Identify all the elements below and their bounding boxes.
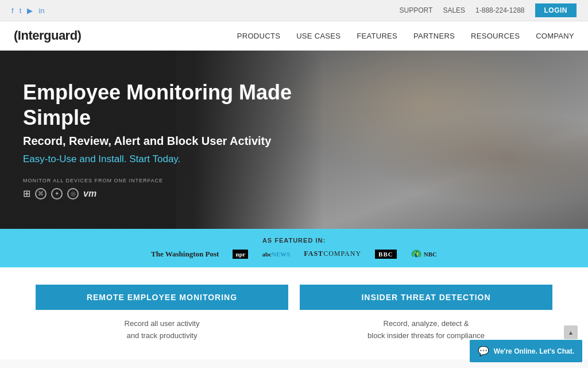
support-link[interactable]: SUPPORT [400, 6, 433, 14]
chromebook-icon: ◎ [67, 188, 79, 200]
insider-desc-line2: block insider threats for compliance [368, 331, 485, 340]
remote-monitoring-button[interactable]: REMOTE EMPLOYEE MONITORING [36, 285, 288, 310]
use-case-card-remote: REMOTE EMPLOYEE MONITORING Record all us… [36, 285, 288, 342]
abc-logo: abcNEWS [262, 251, 290, 258]
featured-label: AS FEATURED IN: [11, 237, 577, 244]
use-case-card-insider: INSIDER THREAT DETECTION Record, analyze… [300, 285, 552, 342]
linkedin-icon[interactable]: in [38, 6, 44, 15]
remote-desc-line2: and track productivity [127, 331, 198, 340]
nav-features[interactable]: FEATURES [357, 32, 397, 40]
nav-company[interactable]: COMPANY [536, 32, 574, 40]
nbc-logo: 🦚NBC [411, 248, 437, 259]
bbc-logo: BBC [375, 250, 397, 259]
twitter-icon[interactable]: t [20, 6, 22, 15]
device-icons-row: ⊞ ⌘ ✦ ◎ vm [23, 188, 333, 200]
insider-desc-line1: Record, analyze, detect & [384, 319, 469, 328]
facebook-icon[interactable]: f [11, 6, 14, 15]
nav-resources[interactable]: RESOURCES [471, 32, 520, 40]
social-icons: f t ▶ in [11, 6, 44, 15]
hero-cta-text: Easy-to-Use and Install. Start Today. [23, 154, 333, 165]
featured-logos: The Washington Post npr abcNEWS FASTCOMP… [11, 248, 577, 259]
android-icon: ✦ [51, 188, 63, 200]
hero-section: Employee Monitoring Made Simple Record, … [0, 51, 588, 229]
insider-threat-desc: Record, analyze, detect & block insider … [300, 318, 552, 342]
hero-subtitle: Record, Review, Alert and Block User Act… [23, 135, 333, 148]
youtube-icon[interactable]: ▶ [27, 6, 33, 15]
wapo-logo: The Washington Post [151, 250, 219, 259]
chat-icon: 💬 [478, 346, 489, 356]
fastcompany-logo: FASTCOMPANY [304, 250, 361, 258]
nav-links: PRODUCTS USE CASES FEATURES PARTNERS RES… [237, 32, 574, 40]
vmware-icon: vm [83, 189, 96, 199]
nav-use-cases[interactable]: USE CASES [296, 32, 341, 40]
remote-monitoring-desc: Record all user activity and track produ… [36, 318, 288, 342]
mac-icon: ⌘ [35, 188, 47, 200]
sales-link[interactable]: SALES [443, 6, 465, 14]
insider-threat-button[interactable]: INSIDER THREAT DETECTION [300, 285, 552, 310]
featured-bar: AS FEATURED IN: The Washington Post npr … [0, 229, 588, 267]
hero-title: Employee Monitoring Made Simple [23, 80, 333, 129]
remote-desc-line1: Record all user activity [125, 319, 200, 328]
login-button[interactable]: LOGIN [535, 3, 577, 17]
top-bar: f t ▶ in SUPPORT SALES 1-888-224-1288 LO… [0, 0, 588, 21]
logo[interactable]: (Interguard) [14, 28, 81, 43]
scroll-up-button[interactable]: ▲ [564, 325, 578, 339]
nav-partners[interactable]: PARTNERS [413, 32, 455, 40]
top-right-links: SUPPORT SALES 1-888-224-1288 LOGIN [400, 3, 577, 17]
monitor-label: MONITOR ALL DEVICES FROM ONE INTERFACE [23, 178, 333, 183]
phone-number: 1-888-224-1288 [475, 6, 524, 14]
nav-products[interactable]: PRODUCTS [237, 32, 280, 40]
chat-widget[interactable]: 💬 We're Online. Let's Chat. [470, 340, 582, 362]
chat-label: We're Online. Let's Chat. [494, 347, 574, 355]
windows-icon: ⊞ [23, 188, 30, 199]
hero-content: Employee Monitoring Made Simple Record, … [0, 63, 356, 216]
npr-logo: npr [233, 250, 248, 259]
main-nav: (Interguard) PRODUCTS USE CASES FEATURES… [0, 21, 588, 51]
